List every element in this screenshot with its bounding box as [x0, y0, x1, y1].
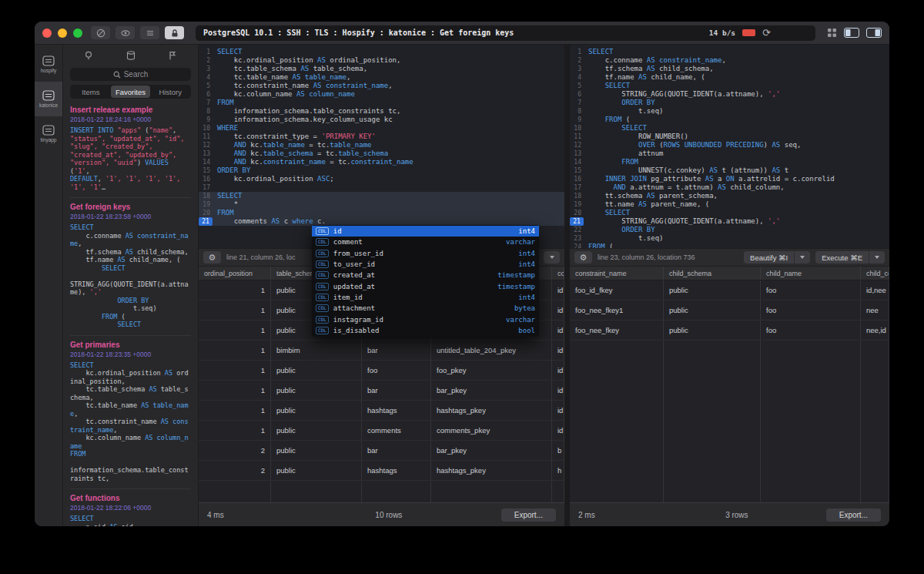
- editor-line[interactable]: 15 UNNEST(c.conkey) AS t (attnum)) AS t: [570, 166, 889, 175]
- table-cell[interactable]: public: [271, 381, 362, 400]
- table-cell[interactable]: 1: [199, 280, 271, 300]
- table-cell[interactable]: 1: [199, 421, 271, 440]
- beautify-button[interactable]: Beautify ⌘I: [744, 251, 810, 264]
- table-cell[interactable]: 1: [199, 401, 271, 420]
- grid-view-icon[interactable]: [827, 28, 837, 38]
- editor-line[interactable]: 7FROM: [199, 99, 564, 107]
- table-cell[interactable]: foo_nee_fkey: [570, 321, 664, 340]
- saved-query-item[interactable]: Get primaries2018-01-22 18:23:35 +0000SE…: [70, 336, 191, 490]
- editor-line[interactable]: 6 kc.column_name AS column_name: [199, 90, 564, 99]
- table-cell[interactable]: nee: [861, 300, 889, 320]
- refresh-icon[interactable]: ⟳: [762, 28, 771, 38]
- gear-icon[interactable]: ⚙: [203, 251, 221, 264]
- editor-line[interactable]: 23 t.seq): [570, 234, 889, 243]
- editor-line[interactable]: 5 SELECT: [570, 82, 889, 90]
- editor-line[interactable]: 8 information_schema.table_constraints t…: [199, 107, 564, 116]
- table-cell[interactable]: hashtags: [362, 461, 431, 480]
- disable-safe-mode-button[interactable]: [91, 26, 110, 39]
- table-cell[interactable]: public: [271, 441, 362, 460]
- editor-line[interactable]: 20 SELECT: [570, 209, 889, 217]
- table-cell[interactable]: bar_pkey: [431, 441, 552, 460]
- editor-line[interactable]: 3 tf.schema AS child_schema,: [570, 65, 889, 73]
- table-cell[interactable]: b: [552, 441, 564, 460]
- toggle-left-panel-icon[interactable]: [844, 28, 859, 38]
- table-cell[interactable]: bar: [362, 441, 431, 460]
- editor-line[interactable]: 8 t.seq): [570, 107, 889, 116]
- table-cell[interactable]: id: [552, 341, 564, 360]
- search-input[interactable]: Search: [70, 68, 191, 81]
- editor-line[interactable]: 13 AND kc.table_schema = tc.table_schema: [199, 149, 564, 158]
- gear-icon[interactable]: ⚙: [574, 251, 592, 264]
- table-cell[interactable]: foo: [362, 361, 431, 380]
- editor-line[interactable]: 9 FROM (: [570, 116, 889, 124]
- editor-line[interactable]: 15ORDER BY: [199, 166, 564, 175]
- table-cell[interactable]: id: [552, 321, 564, 340]
- editor-line[interactable]: 14 AND kc.constraint_name = tc.constrain…: [199, 158, 564, 166]
- autocomplete-item[interactable]: COLcreated_attimestamp: [312, 270, 539, 280]
- autocomplete-item[interactable]: COLto_user_idint4: [312, 259, 539, 270]
- sql-editor-right[interactable]: 1SELECT2 c.conname AS constraint_name,3 …: [570, 45, 889, 248]
- autocomplete-item[interactable]: COLattachmentbytea: [312, 303, 539, 314]
- execute-button[interactable]: Execute ⌘E: [815, 251, 885, 264]
- run-options-button[interactable]: [544, 251, 560, 264]
- table-cell[interactable]: 2: [199, 441, 271, 460]
- table-cell[interactable]: foo: [761, 300, 861, 320]
- table-cell[interactable]: id: [552, 280, 564, 300]
- saved-query-item[interactable]: Insert release example2018-01-22 18:24:1…: [70, 101, 191, 198]
- table-cell[interactable]: 1: [199, 300, 271, 320]
- editor-line[interactable]: 3 tc.table_schema AS table_schema,: [199, 65, 564, 73]
- flag-icon[interactable]: [167, 50, 178, 61]
- editor-line[interactable]: 20FROM: [199, 209, 564, 217]
- editor-line[interactable]: 9 information_schema.key_column_usage kc: [199, 116, 564, 124]
- tab-favorites[interactable]: Favorites: [111, 86, 151, 98]
- table-cell[interactable]: id: [552, 361, 564, 380]
- table-row[interactable]: foo_nee_fkey1publicfoonee: [570, 300, 889, 321]
- table-row[interactable]: 2publicbarbar_pkeyb: [199, 441, 564, 461]
- table-cell[interactable]: 2: [199, 461, 271, 480]
- editor-line[interactable]: 16 kc.ordinal_position ASC;: [199, 175, 564, 183]
- table-row[interactable]: 1publiccommentscomments_pkeyid: [199, 421, 564, 441]
- connection-tinyapp[interactable]: tinyapp: [35, 116, 62, 151]
- connection-hospify[interactable]: hospify: [35, 47, 62, 82]
- autocomplete-item[interactable]: COLupdated_attimestamp: [312, 280, 539, 291]
- column-header[interactable]: child_schema: [664, 267, 761, 280]
- close-button[interactable]: [42, 29, 52, 38]
- tab-items[interactable]: Items: [71, 86, 111, 98]
- editor-line[interactable]: 1SELECT: [199, 48, 564, 56]
- table-cell[interactable]: hashtags: [362, 401, 431, 420]
- editor-line[interactable]: 16 INNER JOIN pg_attribute AS a ON a.att…: [570, 175, 889, 183]
- database-icon[interactable]: [126, 50, 136, 61]
- table-cell[interactable]: public: [664, 280, 761, 300]
- table-cell[interactable]: bar_pkey: [431, 381, 552, 400]
- table-cell[interactable]: comments_pkey: [431, 421, 552, 440]
- editor-line[interactable]: 14 FROM: [570, 158, 889, 166]
- editor-line[interactable]: 1SELECT: [570, 48, 889, 56]
- editor-line[interactable]: 18SELECT: [199, 192, 564, 200]
- panel-divider[interactable]: [564, 45, 570, 526]
- editor-line[interactable]: 12 AND kc.table_name = tc.table_name: [199, 141, 564, 149]
- table-cell[interactable]: public: [664, 300, 761, 320]
- table-cell[interactable]: foo_pkey: [431, 361, 552, 380]
- editor-line[interactable]: 17 AND a.attnum = t.attnum) AS child_col…: [570, 183, 889, 192]
- table-row[interactable]: foo_nee_fkeypublicfoonee,id: [570, 321, 889, 341]
- table-row[interactable]: 1bimbimbaruntitled_table_204_pkeyid: [199, 341, 564, 361]
- editor-line[interactable]: 17: [199, 183, 564, 192]
- editor-line[interactable]: 4 tc.table_name AS table_name,: [199, 73, 564, 82]
- editor-line[interactable]: 22 ORDER BY: [570, 226, 889, 234]
- table-cell[interactable]: 1: [199, 361, 271, 380]
- minimize-button[interactable]: [58, 29, 67, 38]
- table-cell[interactable]: public: [271, 421, 362, 440]
- table-cell[interactable]: public: [271, 361, 362, 380]
- column-header[interactable]: child_column: [861, 267, 889, 280]
- column-header[interactable]: ordinal_position: [199, 267, 271, 280]
- sql-editor-left[interactable]: 1SELECT2 kc.ordinal_position AS ordinal_…: [199, 45, 564, 248]
- table-row[interactable]: foo_id_fkeypublicfooid,nee: [570, 280, 889, 300]
- table-cell[interactable]: public: [664, 321, 761, 340]
- table-row[interactable]: 1publicfoofoo_pkeyid: [199, 361, 564, 381]
- table-row[interactable]: 1publicbarbar_pkeyid: [199, 381, 564, 401]
- table-cell[interactable]: 1: [199, 381, 271, 400]
- autocomplete-item[interactable]: COLfrom_user_idint4: [312, 248, 539, 259]
- column-header[interactable]: child_name: [761, 267, 861, 280]
- table-cell[interactable]: nee,id: [861, 321, 889, 340]
- table-cell[interactable]: hashtags_pkey: [431, 461, 552, 480]
